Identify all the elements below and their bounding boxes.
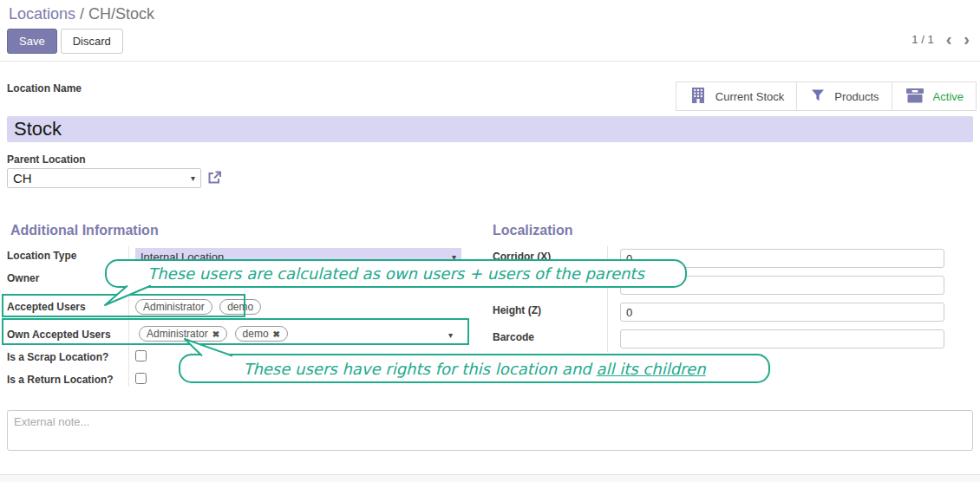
current-stock-label: Current Stock [715, 90, 784, 103]
pager-value: 1 / 1 [911, 33, 933, 46]
user-tag: Administrator [135, 299, 212, 315]
remove-tag-icon[interactable]: ✖ [212, 329, 219, 339]
parent-location-select[interactable]: CH ▾ [7, 168, 201, 188]
barcode-label: Barcode [493, 331, 534, 343]
left-column-separator [128, 246, 129, 387]
user-tag-label: demo [243, 328, 269, 340]
own-accepted-users-tags[interactable]: Administrator✖ demo✖ [139, 325, 291, 342]
location-type-label: Location Type [7, 250, 76, 262]
corridor-x-label: Corridor (X) [493, 251, 551, 263]
user-tag-label: Administrator [143, 301, 205, 313]
own-accepted-users-callout-bubble: These users have rights for this locatio… [179, 354, 770, 383]
own-accepted-users-label: Own Accepted Users [7, 329, 111, 341]
height-z-label: Height (Z) [493, 304, 541, 316]
external-link-icon[interactable] [206, 170, 222, 189]
location-type-select[interactable]: Internal Location ▾ [135, 248, 461, 265]
discard-button[interactable]: Discard [61, 29, 123, 54]
bottom-status-bar [0, 474, 980, 482]
products-button[interactable]: Products [796, 81, 892, 111]
is-return-location-label: Is a Return Location? [7, 374, 114, 386]
user-tag-label: Administrator [147, 328, 208, 340]
chevron-down-icon: ▾ [191, 173, 195, 183]
callout-text: These users are calculated as own users … [147, 264, 644, 283]
breadcrumb: Locations / CH/Stock [9, 5, 154, 23]
localization-title: Localization [493, 223, 572, 238]
current-stock-button[interactable]: Current Stock [676, 81, 797, 111]
callout-text-prefix: These users have rights for this locatio… [243, 360, 596, 378]
products-label: Products [834, 90, 879, 103]
building-icon [689, 86, 708, 107]
shelves-y-input[interactable] [620, 276, 944, 295]
height-z-input[interactable] [620, 303, 944, 322]
additional-information-title: Additional Information [10, 223, 159, 238]
active-toggle-button[interactable]: Active [892, 81, 977, 111]
save-button[interactable]: Save [7, 29, 57, 54]
header-divider [0, 61, 980, 62]
location-form-screen: Locations / CH/Stock Save Discard 1 / 1 … [0, 0, 980, 482]
callout-text: These users have rights for this locatio… [243, 360, 705, 378]
active-label: Active [933, 90, 964, 103]
form-toolbar: Save Discard [7, 29, 123, 54]
accepted-users-tags: Administrator demo [135, 298, 265, 315]
parent-location-value: CH [13, 171, 32, 186]
breadcrumb-locations-link[interactable]: Locations [9, 5, 75, 23]
is-scrap-location-label: Is a Scrap Location? [7, 351, 108, 363]
barcode-input[interactable] [620, 329, 944, 348]
pager-previous-icon[interactable]: ‹ [946, 32, 952, 46]
pager-next-icon[interactable]: › [964, 32, 970, 46]
user-tag: demo✖ [235, 326, 288, 342]
record-pager: 1 / 1 ‹ › [911, 32, 970, 46]
location-type-value: Internal Location [140, 251, 224, 264]
breadcrumb-separator: / [75, 5, 88, 23]
button-box: Current Stock Products Active [676, 81, 977, 111]
location-name-label: Location Name [7, 82, 82, 94]
breadcrumb-current: CH/Stock [88, 5, 154, 23]
chevron-down-icon[interactable]: ▾ [448, 330, 453, 340]
chevron-down-icon: ▾ [452, 252, 456, 262]
filter-icon [809, 87, 826, 107]
remove-tag-icon[interactable]: ✖ [273, 329, 280, 339]
accepted-users-label: Accepted Users [7, 301, 86, 313]
is-scrap-location-checkbox[interactable] [135, 350, 147, 362]
parent-location-label: Parent Location [7, 153, 86, 166]
external-note-textarea[interactable] [7, 410, 973, 451]
corridor-x-input[interactable] [620, 249, 944, 268]
is-return-location-checkbox[interactable] [135, 373, 147, 384]
user-tag: demo [219, 299, 261, 315]
user-tag-label: demo [227, 301, 253, 313]
archive-icon [905, 87, 925, 107]
right-column-separator [607, 246, 608, 352]
location-name-value[interactable]: Stock [7, 116, 973, 142]
user-tag: Administrator✖ [139, 326, 227, 342]
owner-label: Owner [7, 272, 39, 284]
callout-text-underlined: all its children [596, 360, 705, 378]
